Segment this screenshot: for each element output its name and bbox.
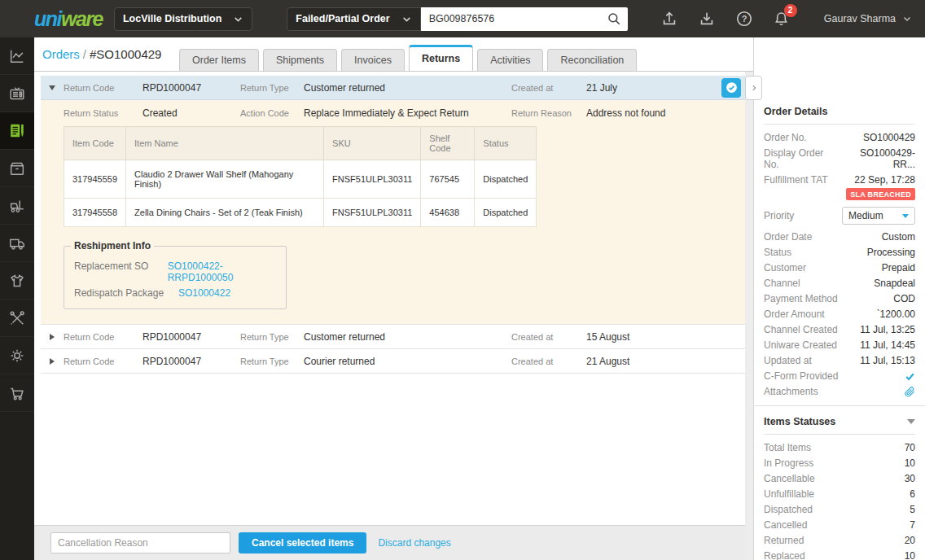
expand-caret-icon[interactable] xyxy=(41,358,64,365)
sidebar-item-fulfillment[interactable] xyxy=(0,187,34,225)
channels-tv-icon xyxy=(8,85,26,103)
return-reason-value: Address not found xyxy=(586,107,745,119)
discard-changes-link[interactable]: Discard changes xyxy=(378,537,450,549)
status-row-cancelled: Cancelled7 xyxy=(764,519,915,531)
tools-icon xyxy=(8,309,26,327)
status-row-in-progress: In Progress10 xyxy=(764,457,915,469)
cancellation-reason-input[interactable] xyxy=(50,532,230,553)
return-code-label: Return Code xyxy=(64,83,142,93)
breadcrumb-separator: / xyxy=(83,47,86,61)
cancellation-footer-bar: Cancel selected items Discard changes xyxy=(34,525,745,560)
collapse-caret-icon[interactable] xyxy=(41,85,64,90)
approve-return-button[interactable] xyxy=(721,78,741,98)
chevron-down-icon xyxy=(902,214,909,218)
column-header: Shelf Code xyxy=(421,127,475,160)
return-row-collapsed[interactable]: Return Code RPD1000047 Return Type Custo… xyxy=(41,325,745,349)
shopping-cart-icon xyxy=(8,384,26,402)
cancel-selected-items-button[interactable]: Cancel selected items xyxy=(239,532,366,553)
sidebar-item-channels[interactable] xyxy=(0,75,34,112)
help-icon[interactable]: ? xyxy=(726,10,763,28)
return-type-label: Return Type xyxy=(240,357,304,366)
sidebar-item-inventory[interactable] xyxy=(0,150,34,187)
svg-text:?: ? xyxy=(741,14,747,24)
item-name-cell: Zella Dining Chairs - Set of 2 (Teak Fin… xyxy=(126,199,324,227)
sidebar-item-tools[interactable] xyxy=(0,300,34,337)
status-cell: Dispatched xyxy=(475,160,537,199)
detail-row-customer: CustomerPrepaid xyxy=(764,262,915,273)
chevron-down-icon xyxy=(902,14,912,24)
notifications-bell-icon[interactable]: 2 xyxy=(763,11,800,28)
priority-select[interactable]: Medium xyxy=(842,207,915,225)
expand-caret-icon[interactable] xyxy=(41,334,64,340)
user-menu[interactable]: Gaurav Sharma xyxy=(824,13,912,24)
item-name-cell: Claudio 2 Drawer Wall Shelf (Mahogany Fi… xyxy=(126,160,324,199)
inventory-box-icon xyxy=(8,160,26,177)
order-tabs: Order Items Shipments Invoices Returns A… xyxy=(179,45,641,71)
collapse-caret-icon[interactable] xyxy=(907,419,915,424)
sla-breached-badge: SLA BREACHED xyxy=(846,188,915,200)
item-code-cell: 317945558 xyxy=(64,199,126,227)
table-row: 317945559 Claudio 2 Drawer Wall Shelf (M… xyxy=(64,160,537,199)
sidebar-item-products[interactable] xyxy=(0,262,34,300)
return-type-value: Customer returned xyxy=(304,82,511,94)
status-cell: Dispatched xyxy=(475,199,537,227)
return-row-collapsed[interactable]: Return Code RPD1000047 Return Type Couri… xyxy=(41,349,745,374)
search-filter-dropdown[interactable]: Failed/Partial Order xyxy=(287,7,420,31)
column-header: Item Name xyxy=(126,127,324,160)
tab-shipments[interactable]: Shipments xyxy=(263,49,337,71)
replacement-so-link[interactable]: SO1000422-RRPD1000050 xyxy=(168,260,276,283)
return-reason-label: Return Reason xyxy=(511,108,586,118)
topbar-actions: ? 2 xyxy=(651,10,800,28)
sidebar-item-dispatch[interactable] xyxy=(0,225,34,262)
return-code-value: RPD1000047 xyxy=(142,331,240,343)
search-icon[interactable] xyxy=(607,11,621,26)
detail-row-order-date: Order DateCustom xyxy=(764,231,915,243)
tab-reconciliation[interactable]: Reconciliation xyxy=(547,49,637,71)
return-type-label: Return Type xyxy=(240,83,304,93)
redispatch-package-link[interactable]: SO1000422 xyxy=(178,287,230,299)
tab-order-items[interactable]: Order Items xyxy=(179,49,259,71)
user-name: Gaurav Sharma xyxy=(824,13,896,24)
item-code-cell: 317945559 xyxy=(64,160,126,199)
replacement-so-label: Replacement SO xyxy=(74,260,168,283)
section-divider xyxy=(754,405,925,406)
detail-row-updated-at: Updated at11 Jul, 15:13 xyxy=(764,355,915,366)
return-type-label: Return Type xyxy=(240,332,304,342)
return-code-label: Return Code xyxy=(64,357,142,366)
notification-badge: 2 xyxy=(784,4,797,17)
breadcrumb-orders-link[interactable]: Orders xyxy=(42,47,80,61)
sidebar-item-analytics[interactable] xyxy=(0,37,34,75)
gear-icon xyxy=(8,347,26,365)
sla-badge-row: SLA BREACHED xyxy=(764,188,915,200)
download-icon[interactable] xyxy=(688,10,726,28)
return-type-value: Customer returned xyxy=(304,331,511,343)
sidebar-item-orders[interactable] xyxy=(0,112,34,150)
uniware-logo[interactable]: uniware xyxy=(34,7,103,31)
search-input[interactable] xyxy=(421,13,607,24)
return-type-value: Courier returned xyxy=(304,356,511,367)
sidebar-item-settings[interactable] xyxy=(0,337,34,374)
detail-row-uniware-created: Uniware Created11 Jul, 14:45 xyxy=(764,339,915,351)
order-details-panel: Order Details Order No.SO1000429 Display… xyxy=(753,37,925,560)
search-box xyxy=(421,7,628,31)
sku-cell: FNSF51ULPL30311 xyxy=(324,160,421,199)
sidebar-item-purchase[interactable] xyxy=(0,374,34,412)
upload-icon[interactable] xyxy=(651,10,688,28)
return-row-expanded[interactable]: Return Code RPD1000047 Return Type Custo… xyxy=(41,76,745,100)
tab-returns[interactable]: Returns xyxy=(409,45,473,71)
truck-icon xyxy=(8,234,26,252)
tab-activities[interactable]: Activities xyxy=(477,49,543,71)
panel-gap xyxy=(745,72,753,560)
tab-invoices[interactable]: Invoices xyxy=(341,49,405,71)
panel-collapse-handle[interactable] xyxy=(745,76,762,100)
detail-row-cform-provided: C-Form Provided xyxy=(764,370,915,382)
tshirt-icon xyxy=(8,272,26,290)
action-code-label: Action Code xyxy=(240,108,304,118)
order-details-title: Order Details xyxy=(764,106,915,125)
column-header: Item Code xyxy=(64,127,126,160)
return-status-label: Return Status xyxy=(64,108,142,118)
return-code-value: RPD1000047 xyxy=(142,82,240,94)
column-header: SKU xyxy=(324,127,421,160)
facility-selector[interactable]: LocVille Distribution xyxy=(114,7,252,31)
attachment-paperclip-icon[interactable] xyxy=(905,387,915,397)
